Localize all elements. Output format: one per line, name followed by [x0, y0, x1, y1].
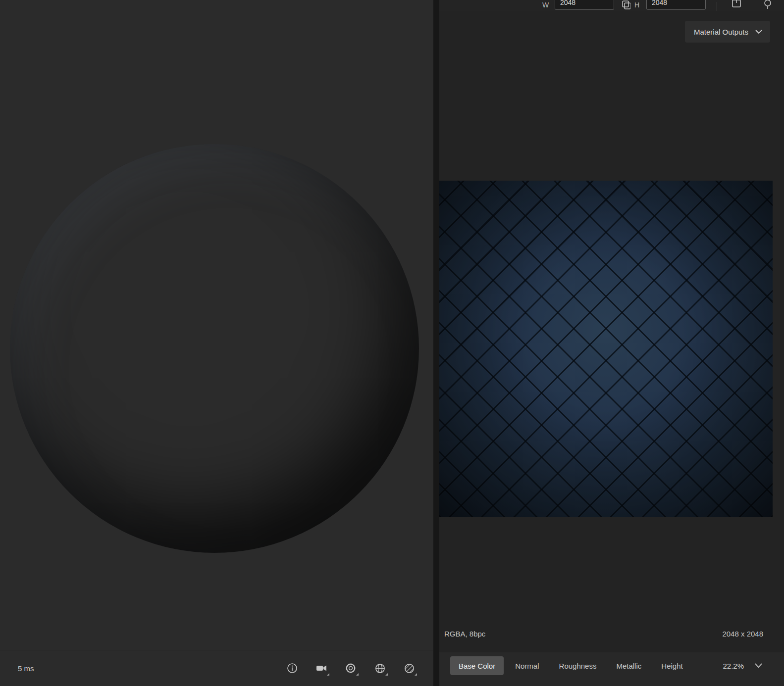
info-icon[interactable] — [286, 662, 299, 675]
viewport-3d[interactable]: 5 ms — [0, 0, 433, 686]
tab-height[interactable]: Height — [653, 656, 691, 675]
link-dimensions-icon[interactable] — [621, 0, 630, 11]
dropdown-corner-icon — [356, 673, 359, 676]
viewport-toolbar-icons — [286, 650, 416, 686]
texture-format-label: RGBA, 8bpc — [444, 630, 485, 638]
tab-normal[interactable]: Normal — [507, 656, 547, 675]
width-input[interactable] — [555, 0, 614, 10]
globe-icon[interactable] — [373, 662, 386, 675]
video-camera-icon[interactable] — [315, 662, 328, 675]
zoom-level-label: 22.2% — [723, 662, 744, 670]
zoom-control[interactable]: 22.2% — [723, 656, 762, 676]
chevron-down-icon — [755, 663, 762, 668]
settings-icon[interactable] — [762, 0, 773, 11]
channel-tabs: Base Color Normal Roughness Metallic Hei… — [450, 656, 700, 676]
material-sphere-icon[interactable] — [403, 662, 416, 675]
panel-divider[interactable] — [433, 0, 439, 686]
tab-base-color[interactable]: Base Color — [450, 656, 504, 675]
export-icon[interactable] — [731, 0, 742, 11]
toolbar-separator — [717, 2, 717, 11]
texture-image-view[interactable] — [439, 181, 773, 517]
channel-tab-bar: Base Color Normal Roughness Metallic Hei… — [439, 652, 784, 686]
material-outputs-dropdown[interactable]: Material Outputs — [685, 21, 770, 43]
dropdown-corner-icon — [415, 673, 417, 676]
render-time-label: 5 ms — [18, 664, 34, 673]
app-window: 5 ms — [0, 0, 784, 686]
viewport-bottom-toolbar: 5 ms — [0, 650, 433, 686]
dropdown-corner-icon — [385, 673, 388, 676]
size-toolbar: W H — [439, 0, 784, 11]
chevron-down-icon — [755, 30, 762, 34]
material-outputs-label: Material Outputs — [694, 28, 748, 36]
tab-metallic[interactable]: Metallic — [608, 656, 650, 675]
dropdown-corner-icon — [327, 673, 329, 676]
width-label: W — [542, 1, 549, 9]
height-label: H — [634, 1, 639, 9]
material-preview-sphere[interactable] — [10, 144, 419, 553]
tab-roughness[interactable]: Roughness — [551, 656, 605, 675]
texture-panel-2d: W H — [439, 0, 784, 686]
height-input[interactable] — [646, 0, 706, 10]
texture-dimensions-label: 2048 x 2048 — [722, 630, 763, 638]
environment-icon[interactable] — [344, 662, 357, 675]
